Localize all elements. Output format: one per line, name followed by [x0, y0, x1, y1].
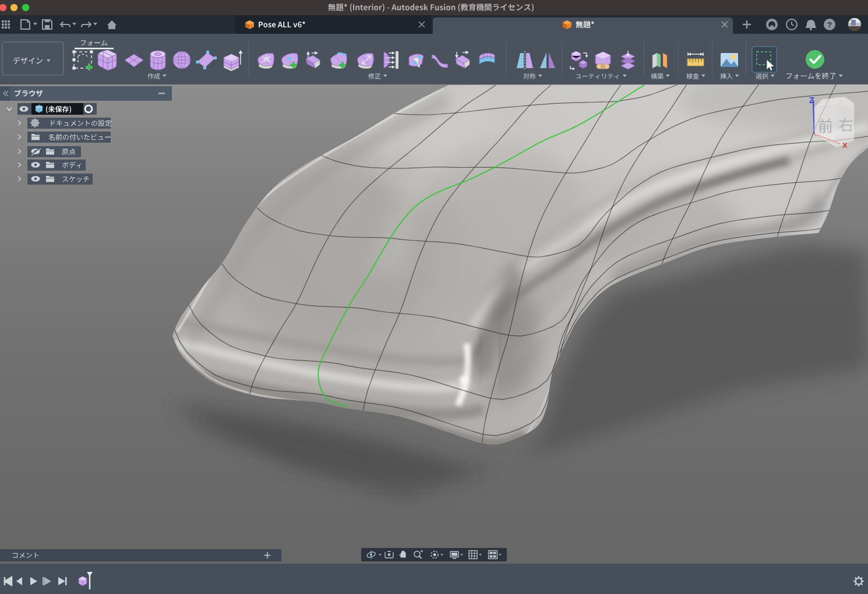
svg-text:X: X	[842, 141, 848, 150]
svg-text:Z: Z	[809, 96, 814, 105]
svg-text:?: ?	[827, 20, 832, 29]
